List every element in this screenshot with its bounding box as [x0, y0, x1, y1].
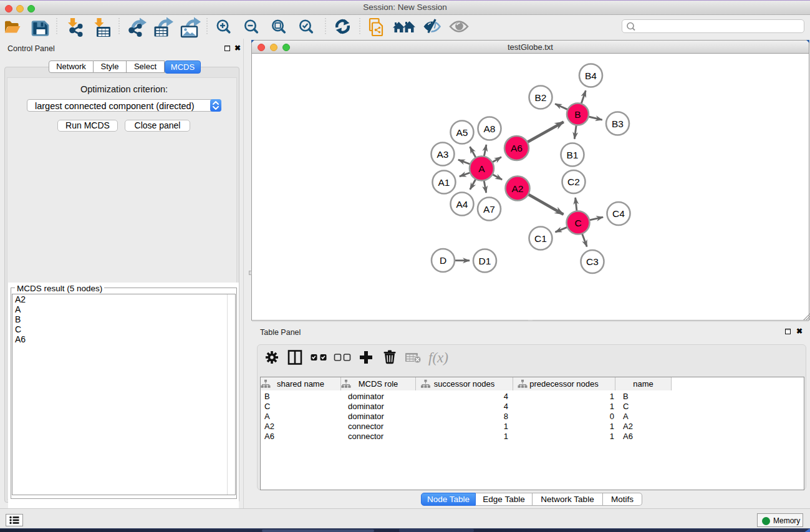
svg-text:C3: C3	[586, 256, 599, 267]
svg-text:A2: A2	[512, 183, 524, 194]
svg-text:C: C	[574, 218, 581, 228]
svg-text:B2: B2	[535, 92, 547, 103]
svg-text:C4: C4	[612, 208, 625, 219]
svg-text:B1: B1	[567, 150, 579, 160]
svg-text:C1: C1	[534, 233, 547, 244]
svg-text:D: D	[440, 255, 446, 266]
svg-text:A6: A6	[511, 143, 523, 153]
svg-text:A7: A7	[483, 204, 495, 215]
svg-text:A5: A5	[456, 127, 468, 138]
svg-text:A8: A8	[484, 123, 496, 134]
svg-text:B: B	[574, 109, 581, 120]
svg-text:f(x): f(x)	[428, 350, 448, 365]
svg-text:A3: A3	[437, 149, 449, 160]
svg-text:B3: B3	[612, 118, 624, 129]
svg-text:A: A	[478, 163, 485, 174]
svg-text:D1: D1	[479, 256, 491, 266]
svg-text:A4: A4	[456, 199, 468, 210]
svg-text:A1: A1	[438, 177, 450, 188]
svg-text:B4: B4	[585, 70, 597, 81]
svg-text:C2: C2	[567, 177, 580, 187]
